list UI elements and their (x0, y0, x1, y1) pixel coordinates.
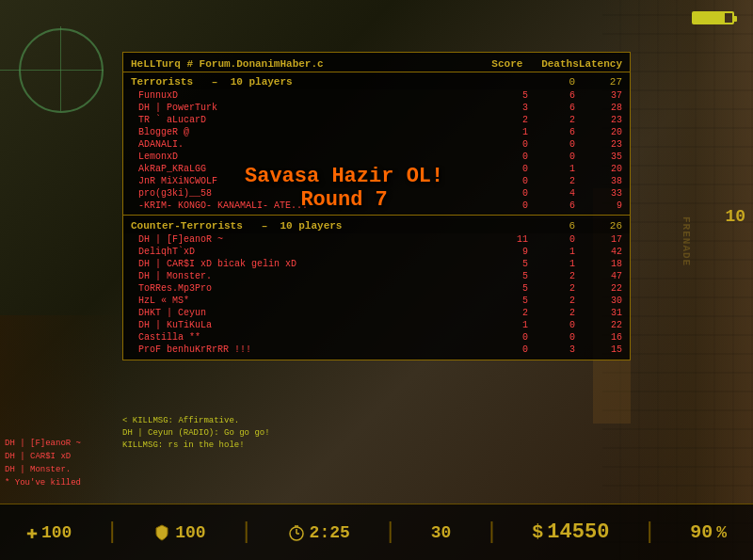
player-deaths: 6 (528, 127, 575, 137)
player-name: DH | CAR$I xD bicak gelin xD (138, 259, 481, 269)
table-row: BloggeR @ 1 6 20 (123, 126, 630, 138)
table-row: DH | KuTiKuLa 1 0 22 (123, 319, 630, 331)
player-latency: 15 (575, 344, 622, 355)
hud-sep1: | (105, 520, 119, 545)
player-latency: 20 (575, 127, 622, 137)
radio-messages: < KILLMSG: Affirmative.DH | Ceyun (RADIO… (122, 415, 386, 452)
player-name: FunnuxD (138, 90, 481, 101)
table-row: DH | Monster. 5 2 47 (123, 270, 630, 282)
player-score: 5 (481, 90, 528, 101)
timer-icon (287, 523, 306, 542)
scoreboard-header: HeLLTurq # Forum.DonanimHaber.c Score De… (123, 56, 630, 72)
player-score: 5 (481, 283, 528, 294)
table-row: DH | [F]eanoR ~ 11 0 17 (123, 233, 630, 246)
player-deaths: 0 (528, 332, 575, 343)
table-row: LemonxD 0 0 35 (123, 151, 630, 163)
health-display: ✚ 100 (26, 520, 72, 544)
player-latency: 20 (575, 164, 622, 174)
player-deaths: 6 (528, 103, 575, 113)
hud-sep2: | (239, 520, 252, 545)
ct-team-name: Counter-Terrorists – 10 players (131, 220, 342, 232)
health-icon: ✚ (26, 520, 38, 544)
money-icon: $ (532, 521, 543, 543)
table-row: DHKT | Ceyun 2 2 31 (123, 307, 630, 319)
player-name: AkRaP_KRaLGG (138, 164, 481, 174)
ammo-value: 90 (690, 521, 713, 543)
armor-icon (152, 523, 171, 542)
player-latency: 18 (575, 259, 622, 269)
ammo-display: 90 % (690, 521, 727, 543)
table-row: Castilla ** 0 0 16 (123, 331, 630, 344)
player-name: DH | KuTiKuLa (138, 320, 481, 330)
player-score: 0 (481, 332, 528, 343)
player-score: 2 (481, 115, 528, 125)
player-latency: 16 (575, 332, 622, 343)
right-side-number: 10 (725, 207, 745, 226)
player-latency: 30 (575, 296, 622, 306)
player-score: 5 (481, 296, 528, 306)
list-item: KILLMSG: rs in the hole! (122, 440, 386, 452)
player-name: HzL « MS* (138, 296, 481, 306)
player-deaths: 2 (528, 115, 575, 125)
player-name: ProF benhuKrRrRR !!! (138, 344, 481, 355)
team-separator (123, 215, 630, 216)
player-name: DeliqhT`xD (138, 247, 481, 257)
ct-latency: 26 (575, 220, 622, 232)
player-latency: 38 (575, 176, 622, 186)
hud-sep3: | (384, 520, 397, 545)
player-latency: 31 (575, 308, 622, 318)
player-score: 0 (481, 139, 528, 150)
player-latency: 23 (575, 115, 622, 125)
player-latency: 9 (575, 200, 622, 211)
table-row: ToRRes.Mp3Pro 5 2 22 (123, 282, 630, 295)
armor-display: 100 (152, 523, 205, 542)
player-name: DH | [F]eanoR ~ (138, 234, 481, 245)
player-score: 0 (481, 176, 528, 186)
list-item: DH | CAR$I xD (5, 450, 122, 463)
list-item: DH | [F]eanoR ~ (5, 437, 122, 450)
player-deaths: 1 (528, 259, 575, 269)
player-name: ToRRes.Mp3Pro (138, 283, 481, 294)
player-deaths: 1 (528, 247, 575, 257)
table-row: pro(g3ki)__58 0 4 33 (123, 187, 630, 200)
table-row: FunnuxD 5 6 37 (123, 89, 630, 102)
health-value: 100 (41, 523, 72, 542)
table-row: DH | CAR$I xD bicak gelin xD 5 1 18 (123, 258, 630, 270)
player-latency: 28 (575, 103, 622, 113)
bottom-hud: ✚ 100 | 100 | 2:25 | 30 | $ 14550 | 90 % (0, 504, 753, 560)
table-row: ADANALI. 0 0 23 (123, 138, 630, 151)
player-name: DH | PowerTurk (138, 103, 481, 113)
player-name: ADANALI. (138, 139, 481, 150)
player-latency: 17 (575, 234, 622, 245)
ct-score: 6 (528, 220, 575, 232)
player-deaths: 1 (528, 164, 575, 174)
player-latency: 22 (575, 320, 622, 330)
kills-value: 30 (431, 523, 452, 542)
kill-feed: DH | [F]eanoR ~DH | CAR$I xDDH | Monster… (5, 437, 122, 489)
table-row: -KRIM- KONGO- KANAMALI- ATE... 0 6 9 (123, 200, 630, 212)
ammo-unit: % (716, 523, 727, 542)
player-deaths: 2 (528, 296, 575, 306)
player-latency: 35 (575, 152, 622, 162)
player-score: 0 (481, 200, 528, 211)
player-score: 5 (481, 259, 528, 269)
player-latency: 42 (575, 247, 622, 257)
player-deaths: 2 (528, 308, 575, 318)
player-name: DH | Monster. (138, 271, 481, 281)
terrorists-player-list: FunnuxD 5 6 37 DH | PowerTurk 3 6 28 TR … (123, 89, 630, 212)
player-deaths: 6 (528, 200, 575, 211)
player-latency: 33 (575, 188, 622, 199)
player-name: -KRIM- KONGO- KANAMALI- ATE... (138, 200, 481, 211)
hud-sep5: | (643, 520, 656, 545)
money-value: 14550 (547, 520, 609, 544)
player-name: JnR MiXiNCWOLF (138, 176, 481, 186)
player-latency: 23 (575, 139, 622, 150)
player-deaths: 2 (528, 176, 575, 186)
player-deaths: 2 (528, 271, 575, 281)
battery-indicator (692, 11, 734, 24)
hud-sep4: | (485, 520, 498, 545)
terrorists-score: 0 (528, 76, 575, 88)
crosshair-circle (19, 28, 104, 113)
player-score: 11 (481, 234, 528, 245)
list-item: < KILLMSG: Affirmative. (122, 415, 386, 427)
